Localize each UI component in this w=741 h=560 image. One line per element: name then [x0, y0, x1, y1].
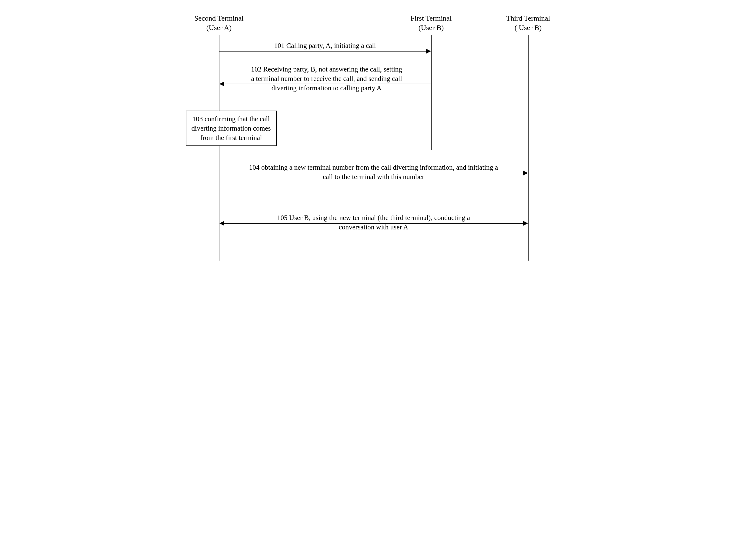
sequence-diagram: Second Terminal (User A) First Terminal … — [189, 30, 552, 273]
participant-second-subtitle: (User A) — [189, 23, 250, 32]
participant-second: Second Terminal (User A) — [189, 14, 250, 32]
participant-second-title: Second Terminal — [189, 14, 250, 23]
arrowhead-m104 — [523, 170, 528, 176]
lifeline-third — [528, 35, 529, 261]
arrowhead-m101 — [426, 49, 431, 54]
lifeline-first — [431, 35, 431, 150]
arrowhead-m105-right — [523, 221, 528, 226]
label-m104: 104 obtaining a new terminal number from… — [243, 163, 504, 182]
box-m103: 103 confirming that the call diverting i… — [186, 111, 277, 146]
arrowhead-m102 — [219, 81, 224, 86]
participant-third: Third Terminal ( User B) — [498, 14, 558, 32]
participant-third-subtitle: ( User B) — [498, 23, 558, 32]
arrowhead-m105-left — [219, 221, 224, 226]
arrow-m101 — [219, 51, 426, 52]
arrow-m104 — [219, 173, 523, 173]
participant-first: First Terminal (User B) — [401, 14, 462, 32]
lifeline-second — [219, 35, 219, 261]
participant-first-subtitle: (User B) — [401, 23, 462, 32]
label-m105: 105 User B, using the new terminal (the … — [259, 213, 489, 232]
label-m102: 102 Receiving party, B, not answering th… — [251, 65, 402, 93]
arrow-m105 — [224, 223, 523, 224]
participant-third-title: Third Terminal — [498, 14, 558, 23]
participant-first-title: First Terminal — [401, 14, 462, 23]
arrow-m102 — [224, 84, 431, 84]
label-m101: 101 Calling party, A, initiating a call — [250, 41, 401, 50]
